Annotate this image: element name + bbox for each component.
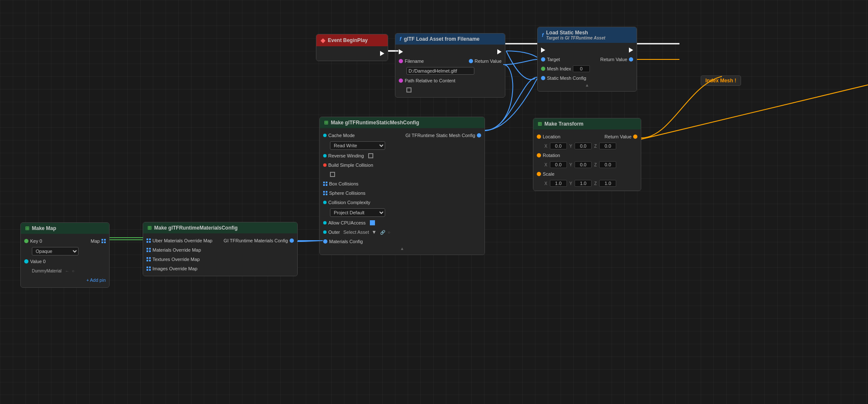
make-transform-node: ⊞ Make Transform Location Return Value X… <box>533 118 641 191</box>
allow-cpu-checkbox[interactable] <box>370 220 375 225</box>
textures-override-row: Textures Override Map <box>143 255 297 264</box>
load-target-pin[interactable] <box>541 57 545 62</box>
load-static-body: Target Return Value Mesh Index Static Me… <box>538 43 637 91</box>
map-pin[interactable] <box>101 239 106 243</box>
cache-mode-row: Cache Mode GI TFRuntime Static Mesh Conf… <box>320 131 485 140</box>
filename-input-row <box>395 66 505 76</box>
static-config-title: Make glTFRuntimeStaticMeshConfig <box>331 120 419 126</box>
gi-materials-label: GI TFRuntime Materials Config <box>224 238 288 243</box>
uber-materials-row: Uber Materials Override Map GI TFRuntime… <box>143 236 297 245</box>
scale-z-input[interactable] <box>599 180 616 187</box>
scale-pin[interactable] <box>537 172 541 176</box>
scale-y-input[interactable] <box>575 180 592 187</box>
path-relative-label: Path Relative to Content <box>405 78 455 83</box>
path-relative-pin[interactable] <box>399 79 403 83</box>
location-x-input[interactable] <box>550 143 567 149</box>
build-collision-label: Build Simple Collision <box>328 163 373 168</box>
materials-override-label: Materials Override Map <box>152 247 201 252</box>
value0-pin[interactable] <box>24 259 28 264</box>
box-collisions-pin[interactable] <box>323 182 327 186</box>
grid-icon2: ⊞ <box>538 121 542 127</box>
static-config-header: ⊞ Make glTFRuntimeStaticMeshConfig <box>320 117 485 128</box>
location-pin[interactable] <box>537 135 541 139</box>
path-relative-checkbox[interactable] <box>406 87 411 93</box>
mesh-index-input[interactable] <box>573 65 590 72</box>
reverse-winding-checkbox[interactable] <box>368 153 373 158</box>
load-target-label: Target <box>547 57 560 62</box>
load-return-label: Return Value <box>600 57 627 62</box>
scale-x-input[interactable] <box>550 180 567 187</box>
rotation-values-row: X Y Z <box>533 160 641 169</box>
load-static-header: f Load Static Mesh Target is GI TFRuntim… <box>538 27 637 43</box>
grid-icon3: ⊞ <box>25 225 29 231</box>
static-config-collapse: ▲ <box>320 246 485 252</box>
make-transform-header: ⊞ Make Transform <box>533 118 641 129</box>
select-asset-arrow[interactable]: ▼ <box>372 229 377 235</box>
add-pin-button[interactable]: + Add pin <box>86 278 106 283</box>
textures-override-pin[interactable] <box>147 257 151 261</box>
filename-input[interactable] <box>406 67 474 75</box>
rotation-y-input[interactable] <box>575 161 592 168</box>
filename-pin[interactable] <box>399 59 403 63</box>
value0-label: Value 0 <box>30 259 46 264</box>
materials-override-pin[interactable] <box>147 248 151 252</box>
load-static-exec-row <box>538 45 637 55</box>
sphere-collisions-label: Sphere Collisions <box>329 191 366 196</box>
add-pin-row: + Add pin <box>21 275 109 285</box>
box-collisions-label: Box Collisions <box>329 181 358 186</box>
sphere-collisions-pin[interactable] <box>323 191 327 195</box>
outer-label: Outer <box>328 230 340 235</box>
make-transform-body: Location Return Value X Y Z Rotation X Y… <box>533 129 641 191</box>
collision-complexity-select-row: Project Default Use Simple Use Complex <box>320 207 485 218</box>
make-map-node: ⊞ Make Map Key 0 Map Opaque Translucent … <box>20 222 110 288</box>
load-exec-output[interactable] <box>629 48 633 53</box>
gltf-exec-row <box>395 47 505 56</box>
cache-mode-pin[interactable] <box>323 134 327 137</box>
rotation-pin[interactable] <box>537 153 541 157</box>
rotation-x-input[interactable] <box>550 161 567 168</box>
gltf-load-node: f glTF Load Asset from Filename Filename… <box>395 33 505 98</box>
cache-mode-select[interactable]: Read Write Read Only Write Only <box>330 141 385 150</box>
key0-select[interactable]: Opaque Translucent <box>32 247 79 255</box>
load-static-collapse: ▲ <box>538 83 637 89</box>
location-label: Location <box>543 134 561 139</box>
materials-config-header: ⊞ Make glTFRuntimeMaterialsConfig <box>143 222 297 233</box>
load-exec-input[interactable] <box>541 48 545 53</box>
materials-config-pin[interactable] <box>323 239 327 244</box>
allow-cpu-pin[interactable] <box>323 221 327 224</box>
transform-return-pin[interactable] <box>633 135 637 139</box>
reverse-winding-row: Reverse Winding <box>320 151 485 160</box>
static-mesh-config-pin[interactable] <box>541 76 545 80</box>
reverse-winding-pin[interactable] <box>323 154 327 157</box>
collision-complexity-select[interactable]: Project Default Use Simple Use Complex <box>330 208 385 217</box>
rotation-z-input[interactable] <box>599 161 616 168</box>
location-y-input[interactable] <box>575 143 592 149</box>
select-asset-label: Select Asset <box>344 230 369 235</box>
load-return-pin[interactable] <box>629 57 633 62</box>
function-icon2: f <box>542 32 544 38</box>
gi-config-pin[interactable] <box>477 133 481 137</box>
event-begin-play-header: ◆ Event BeginPlay <box>316 34 388 46</box>
outer-pin[interactable] <box>323 230 327 234</box>
key0-pin[interactable] <box>24 239 28 243</box>
location-z-input[interactable] <box>599 143 616 149</box>
uber-materials-pin[interactable] <box>147 238 151 243</box>
images-override-label: Images Override Map <box>152 266 197 271</box>
gi-materials-pin[interactable] <box>290 238 294 243</box>
load-static-mesh-node: f Load Static Mesh Target is GI TFRuntim… <box>537 27 637 92</box>
filename-label: Filename <box>405 59 424 64</box>
images-override-pin[interactable] <box>147 267 151 271</box>
location-row: Location Return Value <box>533 132 641 141</box>
mesh-index-pin[interactable] <box>541 67 545 71</box>
collision-complexity-pin[interactable] <box>323 201 327 204</box>
build-collision-pin[interactable] <box>323 163 327 167</box>
cache-mode-select-row: Read Write Read Only Write Only <box>320 140 485 151</box>
exec-output-pin[interactable] <box>380 51 384 56</box>
load-static-subtitle: Target is GI TFRuntime Asset <box>546 36 605 40</box>
return-value-pin[interactable] <box>469 59 473 63</box>
return-value-label: Return Value <box>475 59 502 64</box>
exec-input-pin[interactable] <box>399 49 403 54</box>
exec-output-pin[interactable] <box>497 49 502 54</box>
filename-row: Filename Return Value <box>395 56 505 66</box>
build-collision-checkbox[interactable] <box>330 172 335 177</box>
